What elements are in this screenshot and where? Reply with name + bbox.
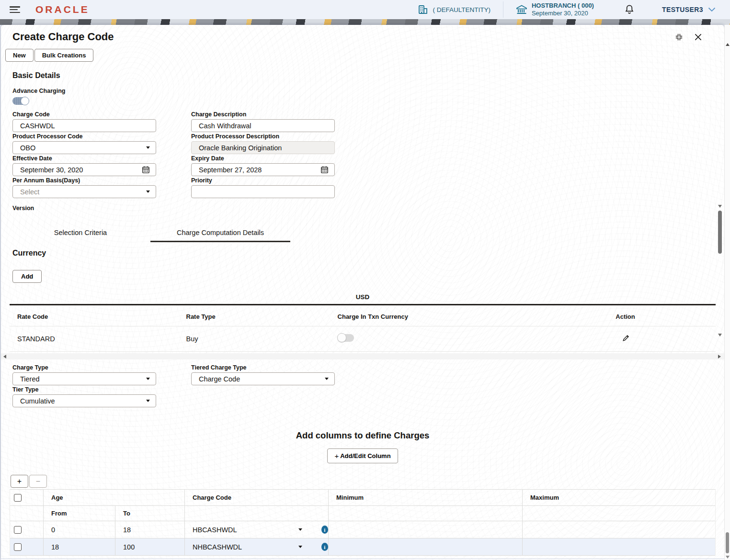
expiry-date-field: Expiry Date September 27, 2028 bbox=[191, 154, 335, 176]
calendar-icon[interactable] bbox=[142, 166, 150, 174]
inner-vertical-scrollbar[interactable] bbox=[718, 205, 722, 254]
tiered-charge-type-field: Tiered Charge Type Charge Code bbox=[191, 363, 335, 385]
charge-type-select[interactable]: Tiered bbox=[12, 372, 156, 385]
restore-window-icon[interactable] bbox=[674, 33, 684, 42]
tab-selection-criteria[interactable]: Selection Criteria bbox=[11, 226, 150, 242]
maximum-header: Maximum bbox=[523, 490, 715, 505]
charge-description-label: Charge Description bbox=[191, 111, 335, 118]
rate-type-cell: Buy bbox=[186, 335, 334, 343]
expiry-date-value: September 27, 2028 bbox=[199, 166, 262, 174]
minimum-cell[interactable] bbox=[329, 538, 523, 555]
select-all-checkbox[interactable] bbox=[14, 494, 22, 502]
tab-charge-computation-details[interactable]: Charge Computation Details bbox=[150, 226, 290, 242]
decorative-mosaic-strip bbox=[0, 19, 730, 25]
from-cell[interactable]: 18 bbox=[44, 538, 115, 555]
caret-down-icon bbox=[325, 378, 329, 380]
remove-row-button[interactable]: − bbox=[29, 475, 47, 488]
tier-type-value: Cumulative bbox=[20, 397, 55, 405]
caret-down-icon bbox=[146, 190, 150, 193]
age-header: Age bbox=[44, 490, 185, 505]
row-checkbox[interactable] bbox=[14, 543, 22, 551]
tiered-charge-type-select[interactable]: Charge Code bbox=[191, 372, 335, 385]
rate-table-header: Rate Code Rate Type Charge In Txn Curren… bbox=[10, 305, 716, 326]
charge-code-input[interactable]: CASHWDL bbox=[12, 119, 156, 132]
scrollbar-thumb[interactable] bbox=[718, 211, 722, 254]
notifications-bell-icon[interactable] bbox=[625, 4, 634, 15]
add-edit-column-label: Add/Edit Column bbox=[340, 452, 390, 459]
charge-description-input[interactable]: Cash Withdrawal bbox=[191, 119, 335, 132]
charge-in-txn-currency-toggle[interactable] bbox=[338, 334, 354, 342]
tier-type-label: Tier Type bbox=[12, 386, 156, 393]
info-icon[interactable]: i bbox=[321, 526, 328, 534]
charges-subheader-row: From To bbox=[10, 506, 715, 521]
header-right-cluster: ( DEFAULTENTITY) HOSTBRANCH ( 000) Septe… bbox=[418, 1, 723, 18]
caret-down-icon bbox=[146, 146, 150, 149]
entity-building-icon bbox=[418, 5, 428, 14]
entity-selector[interactable]: ( DEFAULTENTITY) bbox=[418, 5, 490, 14]
scroll-up-arrow-icon[interactable] bbox=[726, 43, 730, 46]
add-row-button[interactable]: + bbox=[11, 475, 28, 488]
scroll-left-arrow-icon[interactable] bbox=[3, 355, 6, 358]
caret-down-icon bbox=[298, 546, 302, 548]
charges-header-row: Age Charge Code Minimum Maximum bbox=[10, 490, 715, 506]
scroll-right-arrow-icon[interactable] bbox=[718, 355, 721, 358]
priority-input[interactable] bbox=[191, 185, 335, 198]
to-header: To bbox=[115, 506, 185, 521]
per-annum-basis-select[interactable]: Select bbox=[12, 185, 156, 198]
row-select-cell bbox=[10, 521, 44, 538]
charge-code-header: Charge Code bbox=[185, 490, 329, 505]
maximum-cell[interactable] bbox=[523, 521, 715, 538]
table-row: 18 100 NHBCASHWDL i bbox=[10, 538, 715, 556]
charge-code-row-select[interactable]: HBCASHWDL bbox=[193, 526, 309, 534]
action-cell bbox=[612, 334, 716, 344]
branch-info: HOSTBRANCH ( 000) September 30, 2020 bbox=[532, 2, 594, 17]
scrollbar-thumb[interactable] bbox=[726, 532, 729, 553]
charge-type-form: Charge Type Tiered Tiered Charge Type Ch… bbox=[12, 363, 724, 407]
charge-description-value: Cash Withdrawal bbox=[199, 122, 251, 130]
charge-in-txn-currency-cell bbox=[334, 334, 612, 343]
row-checkbox[interactable] bbox=[14, 526, 22, 534]
user-chevron-down-icon bbox=[708, 7, 716, 12]
effective-date-input[interactable]: September 30, 2020 bbox=[12, 163, 156, 176]
scroll-down-arrow-icon[interactable] bbox=[726, 556, 730, 559]
hamburger-menu-icon[interactable] bbox=[10, 6, 20, 13]
to-cell[interactable]: 100 bbox=[115, 538, 185, 555]
header-divider bbox=[503, 1, 503, 18]
from-cell[interactable]: 0 bbox=[44, 521, 115, 538]
add-currency-button[interactable]: Add bbox=[12, 270, 42, 283]
charge-code-label: Charge Code bbox=[12, 111, 156, 118]
user-menu[interactable]: TESTUSER3 bbox=[662, 6, 716, 13]
caret-down-icon bbox=[298, 528, 302, 531]
currency-tab-usd[interactable]: USD bbox=[10, 293, 716, 305]
oracle-logo: ORACLE bbox=[35, 4, 90, 15]
minimum-cell[interactable] bbox=[329, 521, 523, 538]
rate-type-header: Rate Type bbox=[186, 313, 334, 320]
tab-bulk-creations[interactable]: Bulk Creations bbox=[34, 49, 94, 62]
horizontal-scrollbar[interactable] bbox=[1, 353, 724, 359]
calendar-icon[interactable] bbox=[320, 166, 329, 174]
inner-scroll-down-arrow[interactable] bbox=[718, 334, 722, 336]
advance-charging-toggle[interactable] bbox=[12, 97, 29, 105]
charge-code-row-select[interactable]: NHBCASHWDL bbox=[193, 543, 309, 551]
info-icon[interactable]: i bbox=[321, 543, 328, 551]
product-processor-code-select[interactable]: OBO bbox=[12, 141, 156, 154]
charge-code-field: Charge Code CASHWDL bbox=[12, 110, 156, 132]
table-row: 0 18 HBCASHWDL i bbox=[10, 521, 715, 538]
to-cell[interactable]: 18 bbox=[115, 521, 185, 538]
edit-pencil-icon[interactable] bbox=[622, 334, 630, 342]
maximum-cell[interactable] bbox=[523, 538, 715, 555]
tier-type-select[interactable]: Cumulative bbox=[12, 394, 156, 407]
rate-code-cell: STANDARD bbox=[10, 335, 186, 343]
effective-date-label: Effective Date bbox=[12, 155, 156, 162]
branch-selector[interactable]: HOSTBRANCH ( 000) September 30, 2020 bbox=[516, 2, 594, 17]
charge-code-row-value: NHBCASHWDL bbox=[193, 543, 242, 551]
close-icon[interactable] bbox=[694, 33, 702, 41]
charge-code-cell: NHBCASHWDL i bbox=[185, 538, 329, 555]
charge-description-field: Charge Description Cash Withdrawal bbox=[191, 110, 335, 132]
add-edit-column-button[interactable]: + Add/Edit Column bbox=[327, 448, 398, 463]
expiry-date-input[interactable]: September 27, 2028 bbox=[191, 163, 335, 176]
scroll-down-arrow-icon[interactable] bbox=[718, 205, 722, 208]
page-vertical-scrollbar[interactable] bbox=[724, 25, 730, 560]
tab-new[interactable]: New bbox=[5, 49, 34, 62]
entity-label: ( DEFAULTENTITY) bbox=[433, 6, 490, 13]
